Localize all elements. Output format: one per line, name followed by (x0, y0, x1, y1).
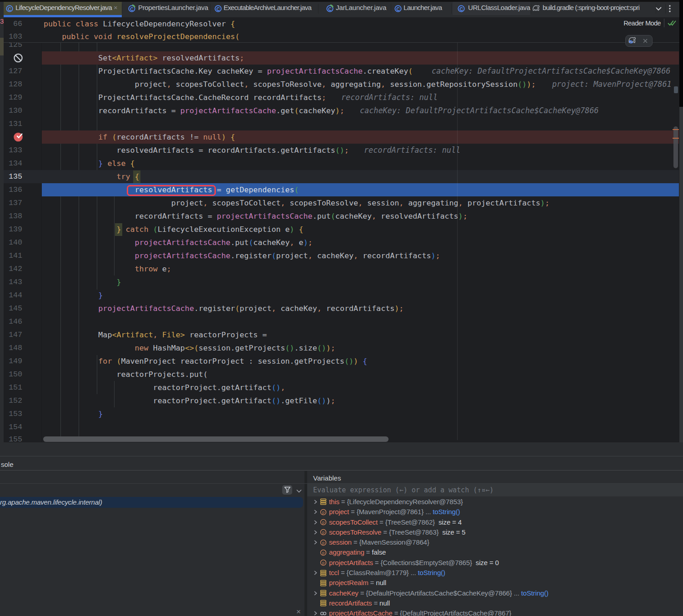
svg-text:C: C (8, 6, 11, 12)
svg-text:C: C (130, 6, 134, 12)
svg-text:p: p (322, 510, 324, 515)
svg-text:C: C (459, 6, 463, 12)
svg-text:p: p (322, 520, 324, 525)
svg-text:p: p (322, 561, 324, 565)
svg-text:p: p (322, 530, 324, 535)
svg-text:p: p (322, 551, 324, 555)
svg-text:C: C (396, 6, 400, 12)
svg-text:C: C (328, 6, 332, 12)
svg-text:p: p (322, 541, 324, 545)
svg-text:C: C (216, 6, 220, 12)
